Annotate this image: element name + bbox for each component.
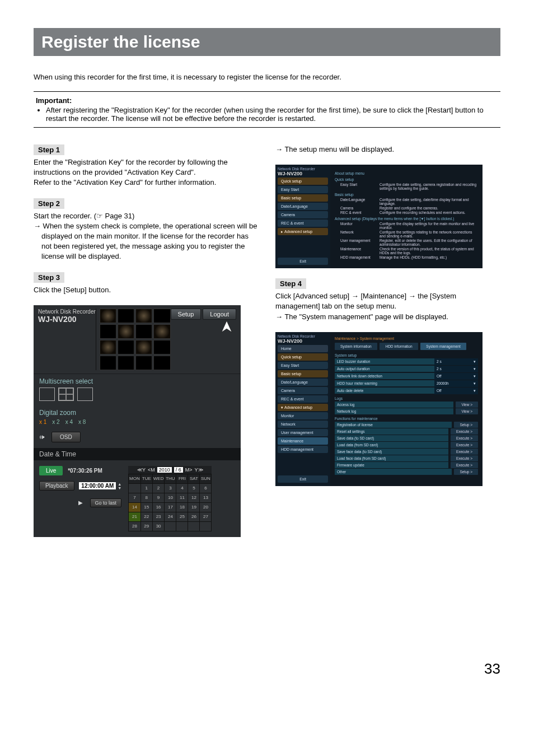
side-easy-start[interactable]: Easy Start	[278, 186, 328, 193]
intro-text: When using this recorder for the first t…	[34, 73, 500, 81]
dropdown-icon[interactable]: ▾	[474, 389, 476, 393]
multiscreen-16-icon[interactable]	[77, 388, 93, 401]
month-prev-icon[interactable]: <M	[148, 467, 155, 473]
dropdown-icon[interactable]: ▾	[474, 360, 476, 364]
step3-body1: Click the [Setup] button.	[34, 285, 259, 295]
dropdown-icon[interactable]: ▾	[474, 381, 476, 386]
zoom-x1[interactable]: x 1	[39, 419, 46, 425]
execute-button[interactable]: Execute >	[451, 455, 478, 461]
year-next-icon[interactable]: Y≫	[195, 467, 203, 473]
multiscreen-1-icon[interactable]	[39, 388, 55, 401]
multiscreen-title: Multiscreen select	[34, 374, 151, 386]
important-box: Important: After registering the "Regist…	[34, 91, 500, 128]
side3-camera[interactable]: Camera	[278, 387, 328, 394]
breadcrumb: Maintenance > System management	[335, 337, 478, 340]
svg-marker-0	[222, 321, 232, 332]
side-exit[interactable]: Exit	[278, 258, 328, 265]
execute-button[interactable]: Execute >	[451, 435, 478, 441]
year-prev-icon[interactable]: ≪Y	[137, 467, 146, 473]
dropdown-icon[interactable]: ▾	[474, 374, 476, 379]
pointer-arrow-icon	[217, 320, 236, 333]
date-time-title: Date & Time	[34, 448, 241, 460]
calendar-header: ≪Y <M 2010 / 6 M> Y≫	[128, 466, 212, 474]
view-button[interactable]: View >	[456, 402, 478, 408]
calendar-monthday: / 6	[174, 467, 183, 473]
tab-system-info[interactable]: System information	[335, 343, 377, 350]
side-quick-setup[interactable]: Quick setup	[278, 178, 328, 185]
screenshot-setup-menu: Network Disk Recorder WJ-NV200 Quick set…	[275, 165, 483, 268]
page-number: 33	[34, 660, 500, 678]
side3-quick-setup[interactable]: Quick setup	[278, 353, 328, 361]
screenshot-operational-screen: Network Disk Recorder WJ-NV200 Setup Log…	[34, 305, 241, 537]
zoom-x8[interactable]: x 8	[78, 419, 86, 425]
playback-time[interactable]: 12:00:00 AM	[79, 482, 116, 489]
important-bullet: After registering the "Registration Key"…	[46, 106, 498, 123]
calendar-year: 2010	[157, 467, 172, 473]
side-rec-event[interactable]: REC & event	[278, 220, 328, 227]
osd-button[interactable]: OSD	[51, 432, 81, 442]
side-date-language[interactable]: Date/Language	[278, 203, 328, 210]
go-to-last-button[interactable]: Go to last	[90, 498, 122, 507]
digital-zoom-title: Digital zoom	[34, 405, 151, 418]
screenshot-system-management: Network Disk Recorder WJ-NV200 Home Quic…	[275, 332, 483, 486]
execute-button[interactable]: Execute >	[451, 449, 478, 455]
camera-grid	[96, 309, 171, 370]
live-time: *07:30:26 PM	[68, 468, 102, 474]
page-title: Register the license	[34, 28, 500, 56]
step2-body1: Start the recorder. (☞ Page 31)	[34, 211, 259, 221]
live-button[interactable]: Live	[39, 466, 63, 475]
side-advanced-setup[interactable]: ▸Advanced setup	[278, 228, 328, 235]
view-button[interactable]: View >	[456, 408, 478, 414]
setup-button[interactable]: Setup >	[454, 422, 478, 428]
calendar[interactable]: MONTUEWEDTHUFRISATSUN 123456 78910111213…	[128, 474, 212, 531]
tab-system-mgmt[interactable]: System management	[420, 343, 466, 350]
side3-monitor[interactable]: Monitor	[278, 412, 328, 419]
side3-exit[interactable]: Exit	[278, 475, 328, 483]
time-down-icon[interactable]: ▼	[118, 486, 121, 490]
step3-label: Step 3	[34, 272, 64, 283]
side-basic-setup[interactable]: Basic setup	[278, 194, 328, 202]
zoom-x4[interactable]: x 4	[65, 419, 73, 425]
zoom-x2[interactable]: x 2	[52, 419, 59, 425]
side3-user-mgmt[interactable]: User management	[278, 429, 328, 436]
playback-button[interactable]: Playback	[39, 481, 74, 491]
side3-advanced[interactable]: ▾Advanced setup	[278, 404, 328, 411]
tab-hdd-info[interactable]: HDD information	[380, 343, 418, 350]
setup-button[interactable]: Setup	[171, 309, 202, 320]
step1-label: Step 1	[34, 144, 64, 155]
side-camera[interactable]: Camera	[278, 211, 328, 218]
execute-button[interactable]: Execute >	[451, 462, 478, 468]
execute-button[interactable]: Execute >	[451, 442, 478, 448]
side3-basic-setup[interactable]: Basic setup	[278, 370, 328, 377]
month-next-icon[interactable]: M>	[185, 467, 193, 473]
time-up-icon[interactable]: ▲	[118, 482, 121, 486]
step2-label: Step 2	[34, 198, 64, 209]
execute-button[interactable]: Execute >	[451, 428, 478, 435]
side3-network[interactable]: Network	[278, 421, 328, 428]
model-label: Network Disk Recorder	[38, 309, 96, 315]
model-name: WJ-NV200	[38, 315, 96, 324]
step4-arrow: → The "System management" page will be d…	[275, 312, 500, 322]
dropdown-icon[interactable]: ▾	[474, 367, 476, 371]
side3-home[interactable]: Home	[278, 345, 328, 352]
speaker-icon[interactable]: 🕪	[39, 434, 45, 440]
side3-maintenance[interactable]: Maintenance	[278, 437, 328, 445]
multiscreen-4-icon[interactable]	[58, 388, 74, 401]
setup-button[interactable]: Setup >	[454, 469, 478, 475]
step4-label: Step 4	[275, 278, 306, 289]
step1-body1: Enter the "Registration Key" for the rec…	[34, 157, 259, 178]
side3-date-language[interactable]: Date/Language	[278, 379, 328, 386]
side3-easy-start[interactable]: Easy Start	[278, 362, 328, 369]
play-icon[interactable]: ▶	[78, 500, 83, 506]
side3-hdd-mgmt[interactable]: HDD management	[278, 446, 328, 453]
logout-button[interactable]: Logout	[203, 309, 236, 320]
step1-body2: Refer to the "Activation Key Card" for f…	[34, 178, 259, 188]
side3-rec-event[interactable]: REC & event	[278, 395, 328, 403]
step2-arrow: → When the system check is complete, the…	[34, 221, 259, 262]
step4-body1: Click [Advanced setup] → [Maintenance] →…	[275, 291, 500, 311]
step3-result: → The setup menu will be displayed.	[275, 144, 500, 155]
important-header: Important:	[36, 96, 498, 105]
